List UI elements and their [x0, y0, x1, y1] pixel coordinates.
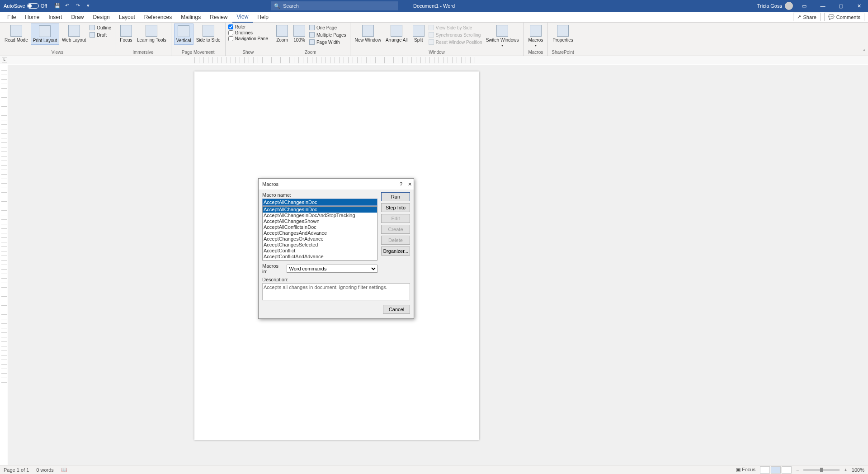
ruler-checkbox[interactable]: Ruler	[228, 24, 268, 29]
spell-check-icon[interactable]: 📖	[61, 467, 67, 473]
multiple-pages-button[interactable]: Multiple Pages	[308, 32, 347, 38]
macro-list[interactable]: AcceptAllChangesInDoc AcceptAllChangesIn…	[262, 206, 377, 261]
tab-insert[interactable]: Insert	[44, 12, 66, 22]
draft-button[interactable]: Draft	[89, 32, 112, 38]
zoom-100-button[interactable]: 100%	[291, 24, 307, 44]
list-item[interactable]: AcceptChangesOrAdvance	[263, 236, 377, 242]
help-button[interactable]: ?	[400, 181, 402, 187]
switch-windows-button[interactable]: Switch Windows▾	[484, 24, 521, 49]
zoom-icon	[276, 25, 288, 37]
vertical-ruler[interactable]	[0, 65, 8, 465]
zoom-in-button[interactable]: +	[844, 467, 847, 473]
autosave-toggle[interactable]: AutoSave Off	[4, 3, 47, 9]
learning-tools-button[interactable]: Learning Tools	[135, 24, 168, 44]
save-icon[interactable]: 💾	[54, 3, 61, 9]
account-button[interactable]: Tricia Goss	[757, 2, 793, 10]
page-width-button[interactable]: Page Width	[308, 39, 347, 45]
list-item[interactable]: AcceptConflict	[263, 248, 377, 254]
comments-button[interactable]: 💬Comments	[824, 13, 864, 21]
print-view-button[interactable]	[771, 466, 781, 474]
horizontal-ruler[interactable]	[194, 57, 479, 63]
group-label-sharepoint: SharePoint	[552, 50, 574, 56]
draft-icon	[90, 32, 95, 38]
macros-in-select[interactable]: Word commands	[287, 265, 377, 273]
delete-button: Delete	[381, 236, 410, 245]
print-layout-button[interactable]: Print Layout	[31, 24, 59, 45]
gridlines-checkbox[interactable]: Gridlines	[228, 30, 268, 35]
autosave-state: Off	[41, 3, 47, 9]
ribbon-display-icon[interactable]: ▭	[802, 3, 807, 9]
web-view-button[interactable]	[782, 466, 792, 474]
cancel-button[interactable]: Cancel	[383, 305, 410, 314]
tab-draw[interactable]: Draw	[66, 12, 88, 22]
list-item[interactable]: AcceptAllChangesShown	[263, 218, 377, 224]
split-button[interactable]: Split	[410, 24, 427, 44]
vertical-button[interactable]: Vertical	[174, 24, 193, 45]
read-mode-button[interactable]: Read Mode	[3, 24, 30, 44]
macro-name-input[interactable]	[262, 199, 377, 206]
zoom-level[interactable]: 100%	[852, 467, 864, 473]
organizer-button[interactable]: Organizer...	[381, 246, 410, 256]
read-view-button[interactable]	[760, 466, 770, 474]
close-dialog-button[interactable]: ✕	[408, 181, 412, 187]
web-layout-button[interactable]: Web Layout	[60, 24, 88, 44]
read-mode-icon	[10, 25, 22, 37]
step-into-button[interactable]: Step Into	[381, 203, 410, 212]
toggle-icon	[27, 3, 39, 9]
tab-mailings[interactable]: Mailings	[176, 12, 205, 22]
focus-mode-button[interactable]: ▣ Focus	[736, 467, 755, 473]
undo-icon[interactable]: ↶	[65, 3, 71, 9]
minimize-button[interactable]: ―	[814, 0, 832, 12]
customize-icon[interactable]: ▾	[87, 3, 93, 9]
word-count[interactable]: 0 words	[36, 467, 54, 473]
tab-layout[interactable]: Layout	[114, 12, 140, 22]
tab-view[interactable]: View	[232, 12, 253, 23]
tab-help[interactable]: Help	[253, 12, 273, 22]
tab-design[interactable]: Design	[88, 12, 114, 22]
list-item[interactable]: AcceptAllConflictsInDoc	[263, 224, 377, 230]
macros-button[interactable]: Macros▾	[526, 24, 545, 49]
close-button[interactable]: ✕	[850, 0, 868, 12]
tab-review[interactable]: Review	[205, 12, 232, 22]
outline-button[interactable]: Outline	[89, 24, 112, 31]
zoom-button[interactable]: Zoom	[274, 24, 290, 44]
list-item[interactable]: AccessibilityChecker	[263, 260, 377, 261]
properties-button[interactable]: Properties	[551, 24, 575, 44]
maximize-button[interactable]: ▢	[832, 0, 850, 12]
list-item[interactable]: AcceptChangesSelected	[263, 242, 377, 248]
arrange-all-button[interactable]: Arrange All	[384, 24, 410, 44]
group-page-movement: Vertical Side to Side Page Movement	[171, 23, 226, 56]
redo-icon[interactable]: ↷	[76, 3, 82, 9]
one-page-button[interactable]: One Page	[308, 24, 347, 31]
navigation-pane-checkbox[interactable]: Navigation Pane	[228, 36, 268, 41]
group-show: Ruler Gridlines Navigation Pane Show	[226, 23, 271, 56]
description-box: Accepts all changes in document, ignorin…	[262, 283, 410, 300]
dialog-title-bar[interactable]: Macros ? ✕	[259, 179, 414, 190]
tab-selector[interactable]: L	[2, 57, 7, 62]
share-button[interactable]: ↗Share	[793, 13, 820, 21]
tab-references[interactable]: References	[140, 12, 176, 22]
list-item[interactable]: AcceptConflictAndAdvance	[263, 254, 377, 260]
run-button[interactable]: Run	[381, 192, 410, 201]
group-label-show: Show	[242, 50, 254, 56]
tab-file[interactable]: File	[3, 12, 20, 22]
group-zoom: Zoom 100% One Page Multiple Pages Page W…	[271, 23, 350, 56]
zoom-out-button[interactable]: −	[796, 467, 799, 473]
side-to-side-button[interactable]: Side to Side	[194, 24, 222, 44]
autosave-label: AutoSave	[4, 3, 25, 9]
reset-window-position-button: Reset Window Position	[428, 39, 483, 45]
split-icon	[413, 25, 425, 37]
page-status[interactable]: Page 1 of 1	[4, 467, 29, 473]
new-window-button[interactable]: New Window	[353, 24, 383, 44]
macros-icon	[530, 25, 542, 37]
list-item[interactable]: AcceptChangesAndAdvance	[263, 230, 377, 236]
search-box[interactable]: 🔍 Search	[271, 1, 398, 10]
zoom-slider[interactable]	[803, 469, 840, 471]
tab-home[interactable]: Home	[20, 12, 44, 22]
list-item[interactable]: AcceptAllChangesInDoc	[263, 207, 377, 213]
list-item[interactable]: AcceptAllChangesInDocAndStopTracking	[263, 213, 377, 218]
search-placeholder: Search	[283, 3, 299, 9]
synchronous-scrolling-button: Synchronous Scrolling	[428, 32, 483, 38]
collapse-ribbon-button[interactable]: ˄	[863, 49, 865, 54]
focus-button[interactable]: Focus	[118, 24, 134, 44]
